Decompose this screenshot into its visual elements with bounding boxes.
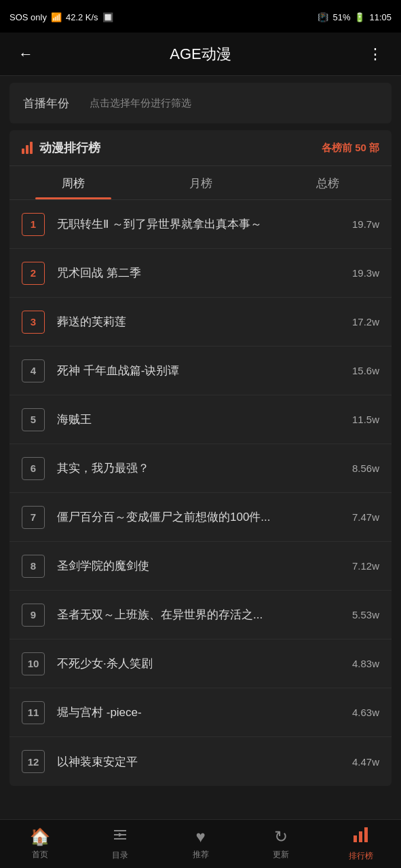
item-count: 19.3w: [352, 267, 379, 279]
svg-rect-6: [364, 827, 368, 842]
list-item[interactable]: 4 死神 千年血战篇-诀别谭 15.6w: [9, 347, 392, 395]
item-title: 葬送的芙莉莲: [57, 314, 343, 330]
chart-icon: [22, 142, 33, 154]
vibrate-icon: 📳: [318, 12, 328, 22]
year-filter-hint: 点击选择年份进行筛选: [90, 97, 191, 110]
ranking-icon: [352, 826, 370, 848]
bottom-nav: 🏠 首页 目录 ♥ 推荐 ↻ 更新 排行榜: [0, 819, 401, 868]
ranking-subtitle: 各榜前 50 部: [322, 142, 379, 155]
nav-catalog-label: 目录: [112, 850, 128, 861]
item-count: 7.47w: [352, 511, 379, 523]
rank-badge: 5: [22, 408, 45, 431]
time-text: 11:05: [369, 12, 392, 22]
recommend-icon: ♥: [195, 827, 205, 846]
tab-overall[interactable]: 总榜: [264, 166, 392, 199]
list-item[interactable]: 1 无职转生Ⅱ ～到了异世界就拿出真本事～ 19.7w: [9, 200, 392, 249]
svg-marker-3: [119, 833, 123, 837]
subtitle-number: 50: [355, 142, 366, 153]
list-item[interactable]: 12 以神装束安定平 4.47w: [9, 737, 392, 786]
rank-badge: 3: [22, 311, 45, 334]
item-title: 不死少女·杀人笑剧: [57, 656, 343, 671]
item-title: 无职转生Ⅱ ～到了异世界就拿出真本事～: [57, 216, 343, 232]
sos-text: SOS only: [9, 12, 47, 22]
list-item[interactable]: 8 圣剑学院的魔剑使 7.12w: [9, 542, 392, 591]
item-title: 其实，我乃最强？: [57, 460, 343, 476]
rank-badge: 12: [22, 750, 45, 773]
update-icon: ↻: [274, 827, 288, 846]
item-count: 15.6w: [352, 365, 379, 376]
ranking-section: 动漫排行榜 各榜前 50 部: [9, 130, 392, 166]
nav-home-label: 首页: [32, 849, 48, 861]
extra-icon: 🔲: [102, 12, 113, 22]
item-title: 圣剑学院的魔剑使: [57, 558, 343, 574]
year-filter[interactable]: 首播年份 点击选择年份进行筛选: [9, 83, 392, 123]
rank-badge: 9: [22, 604, 45, 627]
ranking-header: 动漫排行榜 各榜前 50 部: [9, 130, 392, 166]
list-item[interactable]: 2 咒术回战 第二季 19.3w: [9, 249, 392, 298]
subtitle-prefix: 各榜前: [322, 142, 352, 153]
back-button[interactable]: ←: [12, 45, 39, 63]
item-count: 5.53w: [352, 609, 379, 620]
rank-badge: 1: [22, 213, 45, 236]
rank-badge: 8: [22, 555, 45, 578]
item-title: 以神装束安定平: [57, 754, 343, 770]
speed-text: 42.2 K/s: [66, 12, 98, 22]
ranking-list: 1 无职转生Ⅱ ～到了异世界就拿出真本事～ 19.7w 2 咒术回战 第二季 1…: [9, 200, 392, 786]
rank-badge: 6: [22, 457, 45, 480]
tabs: 周榜 月榜 总榜: [9, 166, 392, 199]
list-item[interactable]: 10 不死少女·杀人笑剧 4.83w: [9, 639, 392, 688]
page-title: AGE动漫: [39, 44, 362, 64]
list-item[interactable]: 11 堀与宫村 -piece- 4.63w: [9, 688, 392, 737]
menu-button[interactable]: ⋮: [362, 45, 389, 63]
item-title: 圣者无双～上班族、在异世界的存活之...: [57, 607, 343, 623]
year-filter-label: 首播年份: [23, 96, 69, 111]
ranking-title: 动漫排行榜: [39, 140, 100, 156]
item-count: 17.2w: [352, 316, 379, 328]
item-title: 咒术回战 第二季: [57, 265, 343, 281]
item-count: 4.47w: [352, 756, 379, 768]
nav-ranking[interactable]: 排行榜: [321, 826, 401, 862]
nav-update-label: 更新: [273, 849, 289, 861]
nav-recommend-label: 推荐: [193, 849, 209, 861]
ranking-title-wrap: 动漫排行榜: [22, 140, 100, 156]
item-title: 僵尸百分百～变成僵尸之前想做的100件...: [57, 509, 343, 525]
item-count: 4.83w: [352, 658, 379, 669]
rank-badge: 11: [22, 701, 45, 724]
battery-icon: 🔋: [354, 12, 365, 22]
item-title: 海贼王: [57, 412, 343, 427]
item-title: 死神 千年血战篇-诀别谭: [57, 363, 343, 378]
nav-catalog[interactable]: 目录: [80, 827, 160, 861]
status-bar: SOS only 📶 42.2 K/s 🔲 📳 51% 🔋 11:05: [0, 0, 401, 33]
item-count: 7.12w: [352, 560, 379, 572]
header: ← AGE动漫 ⋮: [0, 33, 401, 76]
item-title: 堀与宫村 -piece-: [57, 705, 343, 720]
list-item[interactable]: 6 其实，我乃最强？ 8.56w: [9, 444, 392, 493]
rank-badge: 10: [22, 652, 45, 675]
nav-update[interactable]: ↻ 更新: [241, 827, 321, 861]
list-item[interactable]: 5 海贼王 11.5w: [9, 395, 392, 444]
nav-recommend[interactable]: ♥ 推荐: [160, 827, 240, 861]
list-item[interactable]: 3 葬送的芙莉莲 17.2w: [9, 298, 392, 347]
tab-weekly[interactable]: 周榜: [9, 166, 137, 199]
catalog-icon: [112, 827, 128, 847]
subtitle-suffix: 部: [369, 142, 379, 153]
home-icon: 🏠: [30, 827, 50, 846]
signal-icon: 📶: [51, 12, 62, 22]
rank-badge: 7: [22, 506, 45, 529]
svg-rect-4: [354, 835, 357, 842]
battery-text: 51%: [332, 12, 350, 22]
item-count: 4.63w: [352, 707, 379, 718]
item-count: 11.5w: [352, 414, 379, 425]
item-count: 19.7w: [352, 218, 379, 230]
svg-rect-5: [359, 831, 362, 842]
tab-monthly[interactable]: 月榜: [137, 166, 265, 199]
item-count: 8.56w: [352, 462, 379, 474]
rank-badge: 2: [22, 262, 45, 285]
status-right: 📳 51% 🔋 11:05: [318, 12, 392, 22]
rank-badge: 4: [22, 359, 45, 382]
list-item[interactable]: 9 圣者无双～上班族、在异世界的存活之... 5.53w: [9, 591, 392, 639]
nav-ranking-label: 排行榜: [349, 850, 373, 862]
status-left: SOS only 📶 42.2 K/s 🔲: [9, 12, 113, 22]
nav-home[interactable]: 🏠 首页: [0, 827, 80, 861]
list-item[interactable]: 7 僵尸百分百～变成僵尸之前想做的100件... 7.47w: [9, 493, 392, 542]
